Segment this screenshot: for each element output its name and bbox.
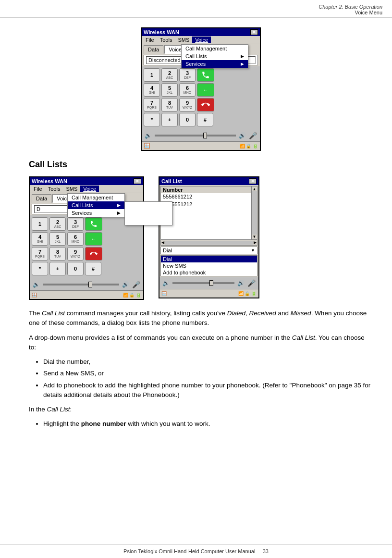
call-list-row-3[interactable] [161, 209, 251, 216]
submenu-dialed[interactable]: Dialed [125, 202, 172, 210]
volume-thumb-2[interactable] [88, 282, 92, 287]
key-0-b[interactable]: 0 [67, 262, 84, 275]
key-plus[interactable]: + [161, 113, 178, 126]
volume-slider-1[interactable] [155, 135, 236, 136]
final-bullet-list: Highlight the phone number with which yo… [43, 419, 373, 429]
start-button-3[interactable]: 🪟 [161, 291, 167, 296]
volume-slider-3[interactable] [172, 282, 234, 284]
page-header: Chapter 2: Basic Operation Voice Menu [0, 0, 392, 18]
action-add-to-phonebook[interactable]: Add to phonebook [161, 269, 257, 276]
key-6[interactable]: 6MNO [179, 83, 196, 97]
received-italic: Received [249, 310, 276, 317]
key-5[interactable]: 5JKL [161, 83, 178, 97]
key-1-b[interactable]: 1 [32, 217, 48, 231]
key-4-b[interactable]: 4GHI [32, 232, 48, 246]
key-8[interactable]: 8TUV [161, 98, 178, 112]
submenu-received[interactable]: Received [125, 210, 172, 217]
action-new-sms[interactable]: New SMS [161, 262, 257, 269]
window-title-1: Wireless WAN [144, 29, 179, 35]
menu-sms-2[interactable]: SMS [63, 186, 80, 192]
start-button-1[interactable]: 🪟 [144, 143, 150, 149]
call-list-row-5[interactable] [161, 224, 251, 232]
close-button-1[interactable]: ✕ [250, 29, 258, 35]
dropdown-call-lists-1[interactable]: Call Lists ▶ [182, 52, 248, 60]
menu-voice-2[interactable]: Voice [80, 186, 99, 192]
key-call-b[interactable] [85, 217, 102, 231]
scroll-up-arrow[interactable]: ▲ [253, 187, 257, 191]
volume-thumb-1[interactable] [203, 133, 207, 138]
call-list-numbers: Number 5556661212 4175551212 [161, 186, 251, 239]
key-5-b[interactable]: 5JKL [49, 232, 66, 246]
close-button-2[interactable]: ✕ [134, 178, 141, 184]
key-6-b[interactable]: 6MNO [67, 232, 84, 246]
key-2[interactable]: 2ABC [161, 68, 178, 82]
call-list-scrollbar[interactable]: ▲ ▼ [251, 186, 257, 239]
menu-tools-1[interactable]: Tools [157, 37, 175, 43]
final-bullet-item: Highlight the phone number with which yo… [43, 419, 373, 429]
menu-voice-1[interactable]: Voice [192, 37, 211, 43]
call-list-italic-1: Call List [42, 310, 65, 317]
body-paragraph-2: A drop-down menu provides a list of comm… [29, 333, 373, 353]
volume-slider-2[interactable] [43, 284, 119, 285]
titlebar-2: Wireless WAN ✕ [30, 177, 143, 185]
dropdown-call-lists-2[interactable]: Call Lists ▶ Dialed Received Missed [68, 201, 124, 209]
key-7[interactable]: 7PQRS [144, 98, 160, 112]
key-end-b[interactable] [85, 247, 102, 260]
tab-data-2[interactable]: Data [32, 194, 51, 203]
dropdown-call-management-1[interactable]: Call Management [182, 45, 248, 52]
key-call[interactable] [197, 68, 214, 82]
scroll-right-arrow[interactable]: ▶ [254, 240, 257, 245]
dial-dropdown-arrow[interactable]: ▼ [251, 248, 255, 253]
scroll-left-arrow[interactable]: ◀ [161, 240, 164, 245]
call-list-row-2[interactable]: 4175551212 [161, 201, 251, 209]
volume-mic-icon-1: 🎤 [249, 132, 257, 139]
dropdown-services-2[interactable]: Services ▶ [68, 209, 124, 217]
key-4[interactable]: 4GHI [144, 83, 160, 97]
key-hash[interactable]: # [197, 113, 213, 126]
key-3-b[interactable]: 3DEF [67, 217, 84, 231]
start-button-2[interactable]: 🪟 [32, 293, 37, 298]
menu-tools-2[interactable]: Tools [45, 186, 63, 192]
menu-sms-1[interactable]: SMS [175, 37, 192, 43]
key-end[interactable] [197, 98, 214, 112]
dropdown-services-1[interactable]: Services ▶ [182, 60, 248, 68]
dial-dropdown-header[interactable]: Dial ▼ [160, 247, 257, 254]
number-column-header: Number [163, 187, 183, 193]
key-star-b[interactable]: * [32, 262, 48, 275]
volume-thumb-3[interactable] [209, 280, 213, 286]
key-9[interactable]: 9WXYZ [179, 98, 196, 112]
call-list-hscroll[interactable]: ◀ ▶ [161, 239, 257, 245]
key-0[interactable]: 0 [179, 113, 196, 126]
tab-data-1[interactable]: Data [144, 45, 163, 54]
key-8-b[interactable]: 8TUV [49, 247, 66, 260]
key-plus-b[interactable]: + [49, 262, 66, 275]
bullet-item-2: Send a New SMS, or [43, 369, 373, 378]
submenu-missed[interactable]: Missed [125, 217, 172, 225]
call-list-close[interactable]: ✕ [249, 178, 257, 184]
call-list-row-6[interactable] [161, 232, 251, 239]
key-9-b[interactable]: 9WXYZ [67, 247, 84, 260]
taskbar-icons-2: 📶 🔒 🔋 [123, 293, 141, 298]
call-list-row-4[interactable] [161, 216, 251, 224]
key-2-b[interactable]: 2ABC [49, 217, 66, 231]
key-1[interactable]: 1 [144, 68, 160, 82]
key-backspace-b[interactable]: ← [85, 232, 102, 246]
voice-dropdown-1: Call Management Call Lists ▶ Services ▶ [181, 44, 248, 68]
call-list-titlebar: Call List ✕ [159, 177, 258, 185]
volume-mic-icon-3: 🎤 [247, 279, 256, 287]
volume-bar-3: 🔈 🔊 🎤 [159, 277, 258, 289]
taskbar-1: 🪟 📶 🔒 🔋 [142, 141, 260, 150]
menu-file-1[interactable]: File [143, 37, 157, 43]
call-list-row-1[interactable]: 5556661212 [161, 193, 251, 201]
key-hash-b[interactable]: # [85, 262, 101, 275]
key-backspace[interactable]: ← [197, 83, 214, 97]
scroll-down-arrow[interactable]: ▼ [253, 235, 257, 239]
key-7-b[interactable]: 7PQRS [32, 247, 48, 260]
menu-file-2[interactable]: File [31, 186, 45, 192]
key-3[interactable]: 3DEF [179, 68, 196, 82]
arrow-icon-1: ▶ [241, 54, 244, 59]
dropdown-call-management-2[interactable]: Call Management [68, 194, 124, 201]
action-dial[interactable]: Dial [161, 256, 257, 262]
section-heading-call-lists: Call Lists [29, 160, 373, 170]
key-star[interactable]: * [144, 113, 160, 126]
